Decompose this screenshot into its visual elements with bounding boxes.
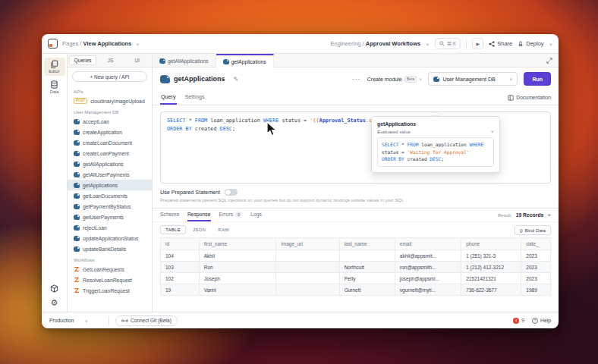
- deploy-button[interactable]: Deploy: [518, 40, 543, 47]
- sidebar-item-createLoanDocument[interactable]: createLoanDocument: [68, 137, 152, 148]
- sidebar-item-getAllApplications[interactable]: getAllApplications: [68, 158, 152, 169]
- bind-data-button[interactable]: {} Bind Data: [515, 225, 551, 235]
- sidebar-tab-queries[interactable]: Queries: [69, 55, 96, 65]
- table-cell: 104: [161, 250, 200, 262]
- evaluated-value-popup: ······ getApplications Evaluated value ∨…: [371, 116, 500, 173]
- environment-select[interactable]: Production ∨: [49, 318, 102, 323]
- workspace-name: Engineering /: [330, 40, 364, 47]
- sidebar-item-TriggerLoanRequest[interactable]: TriggerLoanRequest: [68, 285, 152, 296]
- documentation-link[interactable]: Documentation: [508, 95, 551, 101]
- sidebar-item-rejectLoan[interactable]: rejectLoan: [68, 222, 152, 233]
- sidebar-item-cloudinaryImageUpload[interactable]: POSTcloudinaryImageUpload: [68, 96, 152, 106]
- settings-gear-icon[interactable]: ⚙: [51, 299, 58, 307]
- chevron-down-icon: ∨: [85, 318, 88, 323]
- breadcrumb-pages[interactable]: Pages / View Applications: [62, 40, 131, 47]
- view-tab-raw[interactable]: RAW: [212, 225, 234, 234]
- table-row[interactable]: 103RonNorthcuttron@appsmith...1 (212) 41…: [161, 262, 551, 273]
- search-input[interactable]: ⌘ K: [435, 38, 461, 49]
- chevron-down-icon[interactable]: ∨: [426, 42, 429, 46]
- view-tab-json[interactable]: JSON: [187, 225, 211, 234]
- response-table-wrap[interactable]: idfirst_nameimage_urllast_nameemailphone…: [153, 237, 559, 312]
- sidebar-item-getApplications[interactable]: getApplications: [68, 180, 152, 190]
- chevron-down-icon: ∨: [419, 77, 422, 81]
- app-logo-icon[interactable]: [48, 39, 58, 49]
- chevron-down-icon[interactable]: ∨: [136, 42, 139, 46]
- breadcrumb-prefix: Pages /: [62, 40, 81, 47]
- sidebar-item-ResolveLoanRequest[interactable]: ResolveLoanRequest: [68, 275, 152, 285]
- table-cell: vgurnett@myti...: [395, 284, 461, 296]
- sidebar-tab-js[interactable]: JS: [97, 56, 123, 64]
- column-header-phone[interactable]: phone: [461, 238, 521, 250]
- sidebar-item-getLoanDocuments[interactable]: getLoanDocuments: [68, 190, 152, 201]
- column-header-first_name[interactable]: first_name: [199, 238, 276, 250]
- sidebar-item-createApplication[interactable]: createApplication: [68, 127, 152, 137]
- maximize-icon[interactable]: [546, 58, 552, 64]
- sidebar-item-acceptLoan[interactable]: acceptLoan: [68, 116, 152, 127]
- sidebar-item-GetLoanRequests[interactable]: GetLoanRequests: [68, 264, 152, 275]
- postgres-icon: [74, 246, 80, 252]
- table-row[interactable]: 102JosephPettyjoseph@appsmi...2152142132…: [161, 273, 551, 284]
- popup-evaluated-value-row[interactable]: Evaluated value ∨: [377, 129, 494, 134]
- chevron-down-icon: ∨: [491, 130, 494, 134]
- sidebar-item-getUserPayments[interactable]: getUserPayments: [68, 212, 152, 222]
- sidebar-item-getPaymentByStatus[interactable]: getPaymentByStatus: [68, 201, 152, 212]
- rail-editor-label: Editor: [49, 69, 59, 74]
- sidebar-item-label: getAllApplications: [83, 162, 124, 167]
- preview-play-button[interactable]: ▶: [472, 38, 483, 49]
- response-tab-response[interactable]: Response: [187, 209, 211, 221]
- table-row[interactable]: 19VanniGurnettvgurnett@myti...736-622-36…: [161, 284, 551, 296]
- create-module-button[interactable]: Create module Beta ∨: [367, 76, 423, 83]
- sidebar-item-createLoanPayment[interactable]: createLoanPayment: [68, 148, 152, 158]
- new-query-button[interactable]: + New query / API: [72, 71, 147, 82]
- datasource-select[interactable]: User Management DB ∨: [428, 72, 518, 86]
- divider: [466, 39, 467, 49]
- sidebar-item-label: getLoanDocuments: [83, 193, 127, 199]
- response-tab-schema[interactable]: Schema: [160, 209, 179, 221]
- column-header-date_[interactable]: date_: [521, 238, 551, 250]
- response-tab-errors[interactable]: Errors0: [219, 209, 243, 221]
- response-panel: SchemaResponseErrors0Logs Result: 19 Rec…: [153, 208, 559, 312]
- app-header: Pages / View Applications ∨ Engineering …: [42, 34, 559, 54]
- table-cell: Ron: [199, 262, 276, 273]
- sidebar-item-getAllUserPayments[interactable]: getAllUserPayments: [68, 169, 152, 180]
- sidebar-item-updateBankDetails[interactable]: updateBankDetails: [68, 243, 152, 254]
- run-button[interactable]: Run: [524, 72, 551, 86]
- database-icon: [50, 80, 58, 89]
- editor-tab-getAllApplications[interactable]: getAllApplications: [153, 54, 216, 67]
- deploy-menu-chevron-icon[interactable]: ∨: [549, 42, 552, 46]
- rail-item-editor[interactable]: Editor: [44, 58, 65, 76]
- share-button[interactable]: Share: [489, 40, 512, 47]
- popup-drag-handle-icon[interactable]: ······: [433, 111, 439, 117]
- response-tab-logs[interactable]: Logs: [250, 209, 262, 221]
- query-tab-query[interactable]: Query: [160, 90, 177, 105]
- editor-tab-getApplications[interactable]: getApplications: [216, 54, 274, 67]
- column-header-image_url[interactable]: image_url: [276, 238, 339, 250]
- column-header-email[interactable]: email: [395, 238, 461, 250]
- sidebar-item-updateApplicationStatus[interactable]: updateApplicationStatus: [68, 233, 152, 243]
- close-response-icon[interactable]: ×: [547, 212, 551, 218]
- more-options-icon[interactable]: ···: [352, 75, 361, 83]
- braces-icon: {}: [520, 228, 523, 233]
- postgres-icon: [74, 130, 80, 135]
- libraries-package-icon[interactable]: [50, 284, 58, 293]
- sidebar-tab-ui[interactable]: UI: [124, 56, 150, 64]
- error-count-indicator[interactable]: ! 9: [513, 318, 524, 324]
- prepared-statement-toggle[interactable]: [225, 189, 238, 196]
- column-header-last_name[interactable]: last_name: [339, 238, 395, 250]
- view-tab-table[interactable]: TABLE: [160, 225, 186, 234]
- table-cell: [276, 262, 339, 273]
- table-cell: 1 (212) 412-3212: [461, 262, 521, 273]
- table-row[interactable]: 104Akhilakhil@appsmit...1 (251) 321-3202…: [161, 250, 551, 262]
- help-button[interactable]: ? Help: [532, 318, 551, 324]
- rail-item-data[interactable]: Data: [44, 78, 65, 96]
- sidebar-item-label: cloudinaryImageUpload: [90, 99, 144, 104]
- breadcrumb-app[interactable]: Engineering / Approval Workflows: [330, 40, 420, 47]
- rename-pencil-icon[interactable]: ✎: [234, 76, 239, 83]
- column-header-id[interactable]: id: [161, 238, 200, 250]
- connect-git-button[interactable]: Connect Git (Beta): [115, 315, 178, 326]
- table-cell: 21521421321: [461, 273, 521, 284]
- sidebar-section-title: Workflows: [68, 254, 152, 264]
- sidebar-item-label: rejectLoan: [83, 225, 107, 231]
- table-cell: 103: [161, 262, 200, 273]
- query-tab-settings[interactable]: Settings: [184, 90, 206, 105]
